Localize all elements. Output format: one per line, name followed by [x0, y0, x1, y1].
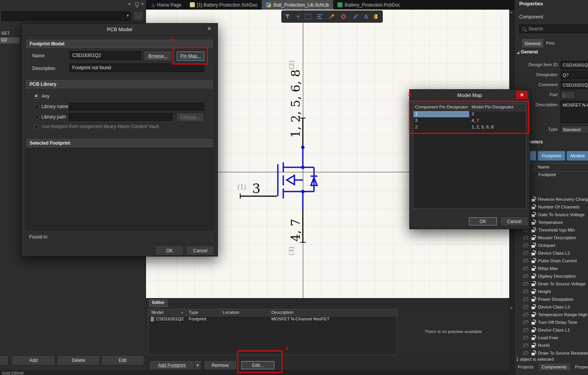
tab-components[interactable]: Components — [539, 364, 570, 370]
visibility-off-icon[interactable] — [523, 351, 528, 355]
edit-button[interactable]: Edit — [101, 355, 144, 365]
visibility-off-icon[interactable] — [523, 305, 528, 309]
visibility-off-icon[interactable] — [523, 297, 528, 301]
combobox-dropdown-icon[interactable]: ▾ — [126, 13, 129, 18]
visibility-off-icon[interactable] — [523, 343, 528, 347]
comment-field[interactable]: CSD16301Q2 — [561, 81, 588, 89]
footprint-description-input[interactable] — [70, 63, 204, 72]
unlock-icon[interactable] — [532, 222, 535, 225]
panel-collapse-icon[interactable]: ▾ — [128, 2, 131, 7]
unlock-icon[interactable] — [532, 314, 535, 317]
parameter-row[interactable]: Drain To Source Voltage — [515, 280, 588, 288]
list-item[interactable]: SET — [0, 31, 20, 37]
col-description[interactable]: Description — [271, 310, 294, 315]
unlock-icon[interactable] — [532, 299, 535, 302]
panel-close-icon[interactable]: ✕ — [141, 2, 144, 7]
general-section-header[interactable]: ◢General — [517, 49, 538, 55]
table-row[interactable]: CSD16301Q2 Footprint MOSFET N-Channel Ne… — [148, 316, 397, 323]
radio-library-path[interactable] — [34, 115, 39, 120]
models-filter-button[interactable]: Models — [566, 151, 588, 161]
footprints-filter-button[interactable]: Footprints — [538, 151, 565, 161]
parameter-row[interactable]: Power Dissipation — [515, 295, 588, 303]
unlock-icon[interactable] — [532, 322, 535, 325]
unlock-icon[interactable] — [532, 207, 535, 209]
unlock-icon[interactable] — [532, 353, 535, 355]
unlock-icon[interactable] — [532, 268, 535, 271]
visibility-off-icon[interactable] — [523, 320, 528, 324]
parameter-row[interactable]: Temperature Range High — [515, 311, 588, 318]
description-field[interactable]: MOSFET N-C — [561, 101, 588, 123]
radio-any-label[interactable]: Any — [42, 93, 50, 99]
unlock-icon[interactable] — [532, 283, 535, 286]
unlock-icon[interactable] — [532, 230, 535, 232]
component-filter-combobox[interactable]: ▾ — [2, 12, 131, 21]
vault-checkbox-label[interactable]: Use footprint from component library Alt… — [42, 124, 159, 129]
unlock-icon[interactable] — [532, 237, 535, 240]
unlock-icon[interactable] — [532, 307, 535, 309]
crosshair-tool-icon[interactable]: + — [296, 13, 300, 20]
unlock-icon[interactable] — [532, 253, 535, 255]
visibility-off-icon[interactable] — [523, 243, 528, 247]
parameter-row[interactable]: Device Class L1 — [515, 326, 588, 334]
unlock-icon[interactable] — [532, 345, 535, 348]
parameter-row[interactable]: Turn Off Delay Time — [515, 318, 588, 326]
vault-checkbox[interactable] — [34, 125, 39, 129]
type-dropdown[interactable]: Standard — [561, 125, 588, 134]
tab-batt-protection-lib-schlib[interactable]: Batt_Protection_Lib.SchLib — [262, 0, 333, 10]
unlock-icon[interactable] — [532, 199, 535, 202]
parameter-row[interactable]: Device Class L2 — [515, 249, 588, 257]
radio-any[interactable] — [34, 94, 39, 99]
parameter-row[interactable]: RoHS — [515, 342, 588, 349]
unlock-icon[interactable] — [532, 214, 535, 217]
designator-field[interactable]: Q? — [561, 71, 588, 79]
close-button-red[interactable]: ✕ — [516, 91, 528, 99]
radio-library-name[interactable] — [34, 104, 39, 109]
clipped-left-button[interactable] — [0, 355, 8, 365]
tab-properties[interactable]: Properties — [575, 365, 588, 369]
parameter-row[interactable]: Drain To Source Resistan — [515, 349, 588, 357]
visibility-off-icon[interactable] — [523, 282, 528, 286]
pad-tool-icon[interactable] — [373, 13, 380, 20]
cancel-button[interactable]: Cancel — [186, 246, 214, 255]
footprint-name-input[interactable] — [70, 51, 141, 60]
autoposition-tool-icon[interactable] — [328, 13, 335, 20]
parameter-row[interactable]: Mouser Description — [515, 234, 588, 242]
collapse-chevrons-icon-top[interactable]: « — [510, 10, 513, 15]
parameter-row[interactable]: Device Class L3 — [515, 303, 588, 311]
add-footprint-dropdown[interactable]: ▾ — [194, 360, 201, 370]
tab-battery-protection-pcbdoc[interactable]: Battery_Protection.PcbDoc — [333, 0, 404, 10]
visibility-off-icon[interactable] — [523, 328, 528, 332]
cancel-button[interactable]: Cancel — [500, 217, 528, 226]
combobox-more-button[interactable]: … — [133, 11, 144, 21]
polygon-tool-icon[interactable] — [340, 13, 347, 20]
unlock-icon[interactable] — [532, 337, 535, 340]
tab-battery-protection-schdoc[interactable]: [1] Battery Protection.SchDoc — [186, 0, 262, 10]
tab-projects[interactable]: Projects — [518, 365, 534, 369]
text-tool-icon[interactable]: A — [364, 13, 368, 20]
remove-button[interactable]: Remove — [204, 360, 237, 370]
visibility-off-icon[interactable] — [523, 251, 528, 255]
close-icon[interactable]: ✕ — [207, 26, 211, 32]
parameter-row[interactable]: Pulse Drain Current — [515, 257, 588, 265]
filter-tool-icon[interactable] — [284, 13, 291, 20]
parameter-row[interactable]: Rthja Max — [515, 265, 588, 272]
radio-library-name-label[interactable]: Library name — [42, 104, 68, 109]
unlock-icon[interactable] — [532, 276, 535, 278]
choose-button[interactable]: Choose... — [176, 113, 204, 122]
visibility-off-icon[interactable] — [523, 290, 528, 293]
ok-button[interactable]: OK — [468, 217, 498, 226]
add-footprint-button[interactable]: Add Footprint — [149, 360, 194, 370]
footprint-model-row[interactable]: Footprint — [538, 172, 556, 177]
visibility-off-icon[interactable] — [523, 336, 528, 340]
radio-library-path-label[interactable]: Library path — [42, 114, 66, 120]
visibility-off-icon[interactable] — [523, 313, 528, 317]
col-location[interactable]: Location — [223, 310, 239, 315]
parameter-row[interactable]: Height — [515, 288, 588, 295]
mosfet-symbol[interactable]: 1, 2, 5, 6, 8 (2) (1) 3 4, 7 (3) — [215, 58, 357, 262]
unlock-icon[interactable] — [532, 245, 535, 248]
parameter-row[interactable]: Octopart — [515, 242, 588, 249]
unlock-icon[interactable] — [532, 260, 535, 263]
library-name-input[interactable] — [69, 103, 204, 110]
visibility-off-icon[interactable] — [523, 236, 528, 240]
parameter-row[interactable]: Digikey Description — [515, 272, 588, 280]
